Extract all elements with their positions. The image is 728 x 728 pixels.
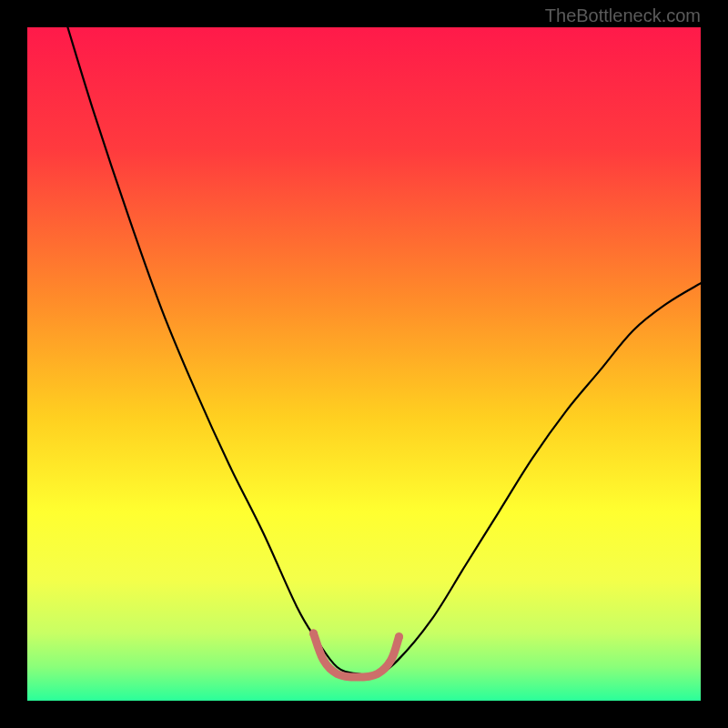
- watermark-text: TheBottleneck.com: [545, 5, 701, 26]
- gradient-rect: [27, 27, 701, 701]
- chart-frame: TheBottleneck.com: [0, 0, 728, 728]
- background-gradient: [27, 27, 701, 701]
- plot-area: [27, 27, 701, 701]
